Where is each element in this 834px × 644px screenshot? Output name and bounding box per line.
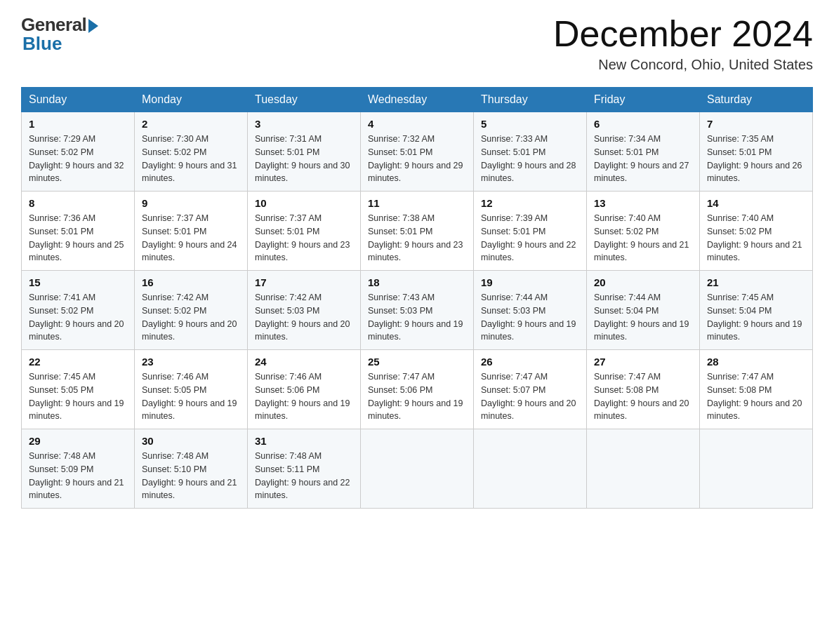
- day-info: Sunrise: 7:39 AM Sunset: 5:01 PM Dayligh…: [481, 212, 579, 264]
- calendar-cell: 9 Sunrise: 7:37 AM Sunset: 5:01 PM Dayli…: [135, 192, 248, 271]
- day-info: Sunrise: 7:47 AM Sunset: 5:08 PM Dayligh…: [594, 370, 692, 423]
- calendar-cell: 11 Sunrise: 7:38 AM Sunset: 5:01 PM Dayl…: [361, 192, 474, 271]
- calendar-cell: 12 Sunrise: 7:39 AM Sunset: 5:01 PM Dayl…: [474, 192, 587, 271]
- day-number: 9: [142, 197, 240, 209]
- calendar-cell: 2 Sunrise: 7:30 AM Sunset: 5:02 PM Dayli…: [135, 112, 248, 192]
- day-info: Sunrise: 7:38 AM Sunset: 5:01 PM Dayligh…: [368, 212, 466, 264]
- day-info: Sunrise: 7:37 AM Sunset: 5:01 PM Dayligh…: [142, 212, 240, 264]
- day-info: Sunrise: 7:40 AM Sunset: 5:02 PM Dayligh…: [594, 212, 692, 264]
- header-day-sunday: Sunday: [22, 88, 135, 112]
- day-number: 14: [707, 197, 805, 209]
- day-info: Sunrise: 7:40 AM Sunset: 5:02 PM Dayligh…: [707, 212, 805, 264]
- day-number: 4: [368, 118, 466, 130]
- day-number: 2: [142, 118, 240, 130]
- day-info: Sunrise: 7:47 AM Sunset: 5:06 PM Dayligh…: [368, 370, 466, 423]
- week-row-1: 1 Sunrise: 7:29 AM Sunset: 5:02 PM Dayli…: [22, 112, 813, 192]
- calendar-cell: 15 Sunrise: 7:41 AM Sunset: 5:02 PM Dayl…: [22, 271, 135, 350]
- page-header: General Blue December 2024 New Concord, …: [21, 14, 813, 73]
- calendar-cell: 10 Sunrise: 7:37 AM Sunset: 5:01 PM Dayl…: [248, 192, 361, 271]
- logo: General Blue: [21, 14, 98, 55]
- calendar-cell: 30 Sunrise: 7:48 AM Sunset: 5:10 PM Dayl…: [135, 429, 248, 509]
- day-number: 18: [368, 276, 466, 288]
- day-info: Sunrise: 7:48 AM Sunset: 5:11 PM Dayligh…: [255, 450, 353, 502]
- week-row-4: 22 Sunrise: 7:45 AM Sunset: 5:05 PM Dayl…: [22, 350, 813, 429]
- day-info: Sunrise: 7:33 AM Sunset: 5:01 PM Dayligh…: [481, 133, 579, 185]
- day-info: Sunrise: 7:47 AM Sunset: 5:08 PM Dayligh…: [707, 370, 805, 423]
- day-info: Sunrise: 7:48 AM Sunset: 5:10 PM Dayligh…: [142, 450, 240, 502]
- calendar-cell: 27 Sunrise: 7:47 AM Sunset: 5:08 PM Dayl…: [587, 350, 700, 429]
- day-number: 8: [29, 197, 127, 209]
- calendar-cell: 19 Sunrise: 7:44 AM Sunset: 5:03 PM Dayl…: [474, 271, 587, 350]
- calendar-cell: 29 Sunrise: 7:48 AM Sunset: 5:09 PM Dayl…: [22, 429, 135, 509]
- week-row-3: 15 Sunrise: 7:41 AM Sunset: 5:02 PM Dayl…: [22, 271, 813, 350]
- header-day-saturday: Saturday: [700, 88, 813, 112]
- calendar-cell: 17 Sunrise: 7:42 AM Sunset: 5:03 PM Dayl…: [248, 271, 361, 350]
- day-number: 27: [594, 356, 692, 368]
- day-info: Sunrise: 7:37 AM Sunset: 5:01 PM Dayligh…: [255, 212, 353, 264]
- day-info: Sunrise: 7:42 AM Sunset: 5:03 PM Dayligh…: [255, 291, 353, 344]
- header-day-wednesday: Wednesday: [361, 88, 474, 112]
- header-day-friday: Friday: [587, 88, 700, 112]
- day-info: Sunrise: 7:46 AM Sunset: 5:06 PM Dayligh…: [255, 370, 353, 423]
- month-title: December 2024: [553, 14, 813, 54]
- day-number: 17: [255, 276, 353, 288]
- calendar-cell: [700, 429, 813, 509]
- day-info: Sunrise: 7:45 AM Sunset: 5:05 PM Dayligh…: [29, 370, 127, 423]
- day-number: 21: [707, 276, 805, 288]
- day-info: Sunrise: 7:46 AM Sunset: 5:05 PM Dayligh…: [142, 370, 240, 423]
- calendar-cell: 1 Sunrise: 7:29 AM Sunset: 5:02 PM Dayli…: [22, 112, 135, 192]
- day-number: 16: [142, 276, 240, 288]
- day-number: 11: [368, 197, 466, 209]
- day-number: 25: [368, 356, 466, 368]
- calendar-cell: [587, 429, 700, 509]
- calendar-cell: 31 Sunrise: 7:48 AM Sunset: 5:11 PM Dayl…: [248, 429, 361, 509]
- day-number: 28: [707, 356, 805, 368]
- day-info: Sunrise: 7:32 AM Sunset: 5:01 PM Dayligh…: [368, 133, 466, 185]
- calendar-cell: 7 Sunrise: 7:35 AM Sunset: 5:01 PM Dayli…: [700, 112, 813, 192]
- calendar-cell: 16 Sunrise: 7:42 AM Sunset: 5:02 PM Dayl…: [135, 271, 248, 350]
- calendar-cell: 26 Sunrise: 7:47 AM Sunset: 5:07 PM Dayl…: [474, 350, 587, 429]
- day-number: 5: [481, 118, 579, 130]
- calendar-cell: 25 Sunrise: 7:47 AM Sunset: 5:06 PM Dayl…: [361, 350, 474, 429]
- day-number: 3: [255, 118, 353, 130]
- day-number: 24: [255, 356, 353, 368]
- logo-blue-text: Blue: [22, 33, 62, 55]
- day-number: 7: [707, 118, 805, 130]
- day-info: Sunrise: 7:47 AM Sunset: 5:07 PM Dayligh…: [481, 370, 579, 423]
- day-number: 6: [594, 118, 692, 130]
- calendar-cell: 18 Sunrise: 7:43 AM Sunset: 5:03 PM Dayl…: [361, 271, 474, 350]
- logo-triangle-icon: [88, 19, 98, 33]
- day-info: Sunrise: 7:42 AM Sunset: 5:02 PM Dayligh…: [142, 291, 240, 344]
- day-info: Sunrise: 7:41 AM Sunset: 5:02 PM Dayligh…: [29, 291, 127, 344]
- day-info: Sunrise: 7:43 AM Sunset: 5:03 PM Dayligh…: [368, 291, 466, 344]
- day-number: 22: [29, 356, 127, 368]
- week-row-5: 29 Sunrise: 7:48 AM Sunset: 5:09 PM Dayl…: [22, 429, 813, 509]
- day-number: 31: [255, 435, 353, 447]
- day-info: Sunrise: 7:36 AM Sunset: 5:01 PM Dayligh…: [29, 212, 127, 264]
- header-day-monday: Monday: [135, 88, 248, 112]
- header-day-tuesday: Tuesday: [248, 88, 361, 112]
- day-number: 1: [29, 118, 127, 130]
- day-number: 26: [481, 356, 579, 368]
- calendar-cell: 5 Sunrise: 7:33 AM Sunset: 5:01 PM Dayli…: [474, 112, 587, 192]
- header-day-thursday: Thursday: [474, 88, 587, 112]
- calendar-cell: 23 Sunrise: 7:46 AM Sunset: 5:05 PM Dayl…: [135, 350, 248, 429]
- calendar-table: SundayMondayTuesdayWednesdayThursdayFrid…: [21, 87, 813, 509]
- day-info: Sunrise: 7:34 AM Sunset: 5:01 PM Dayligh…: [594, 133, 692, 185]
- day-number: 10: [255, 197, 353, 209]
- week-row-2: 8 Sunrise: 7:36 AM Sunset: 5:01 PM Dayli…: [22, 192, 813, 271]
- calendar-cell: 8 Sunrise: 7:36 AM Sunset: 5:01 PM Dayli…: [22, 192, 135, 271]
- day-info: Sunrise: 7:31 AM Sunset: 5:01 PM Dayligh…: [255, 133, 353, 185]
- title-area: December 2024 New Concord, Ohio, United …: [553, 14, 813, 73]
- day-number: 30: [142, 435, 240, 447]
- day-info: Sunrise: 7:30 AM Sunset: 5:02 PM Dayligh…: [142, 133, 240, 185]
- day-info: Sunrise: 7:44 AM Sunset: 5:04 PM Dayligh…: [594, 291, 692, 344]
- calendar-cell: 24 Sunrise: 7:46 AM Sunset: 5:06 PM Dayl…: [248, 350, 361, 429]
- day-number: 13: [594, 197, 692, 209]
- calendar-cell: 6 Sunrise: 7:34 AM Sunset: 5:01 PM Dayli…: [587, 112, 700, 192]
- calendar-cell: 20 Sunrise: 7:44 AM Sunset: 5:04 PM Dayl…: [587, 271, 700, 350]
- calendar-cell: [361, 429, 474, 509]
- day-number: 20: [594, 276, 692, 288]
- calendar-header-row: SundayMondayTuesdayWednesdayThursdayFrid…: [22, 88, 813, 112]
- day-info: Sunrise: 7:44 AM Sunset: 5:03 PM Dayligh…: [481, 291, 579, 344]
